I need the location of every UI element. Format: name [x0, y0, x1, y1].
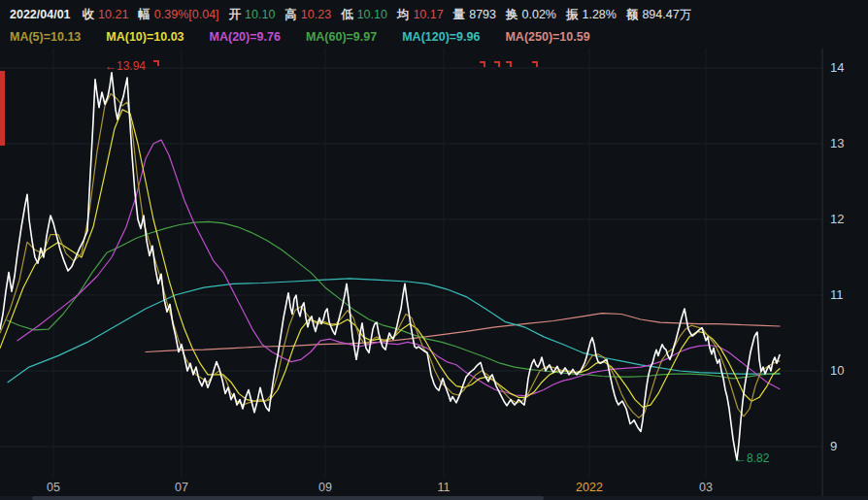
series-ma20: [17, 140, 780, 396]
x-axis-label: 2022: [576, 481, 603, 494]
event-flag-icon: [153, 60, 159, 66]
event-flag-icon: [480, 61, 485, 67]
x-axis-label: 11: [438, 481, 451, 494]
stat-open: 开10.10: [229, 7, 276, 23]
series-ma120: [8, 279, 780, 383]
stat-high: 高10.23: [284, 7, 331, 23]
legend-ma5[interactable]: MA(5)=10.13: [10, 30, 81, 44]
y-axis-label: 11: [830, 287, 863, 302]
y-axis-label: 12: [830, 212, 863, 226]
stat-turnover: 换0.02%: [506, 7, 556, 23]
series-price: [0, 73, 780, 460]
y-axis-label: 14: [830, 60, 863, 75]
price-chart-svg: [0, 0, 868, 500]
legend-ma120[interactable]: MA(120)=9.96: [402, 30, 480, 44]
price-annotation: ←8.82: [735, 451, 769, 465]
y-axis-label: 13: [830, 136, 863, 150]
stat-change: 幅0.39%[0.04]: [138, 7, 218, 23]
chart-area[interactable]: 1413121110905070911202203←13.94←8.82: [0, 0, 868, 500]
date-label: 2022/04/01: [10, 8, 71, 21]
y-axis-label: 9: [830, 439, 863, 453]
stat-amount: 额894.47万: [626, 7, 691, 23]
legend-ma10[interactable]: MA(10)=10.03: [106, 30, 184, 44]
stat-close: 收10.21: [83, 7, 129, 23]
event-flag-icon: [506, 61, 512, 67]
price-annotation: ←13.94: [105, 59, 146, 73]
y-axis-label: 10: [830, 363, 863, 378]
stat-amplitude: 振1.28%: [566, 7, 617, 23]
quote-header: 2022/04/01 收10.21 幅0.39%[0.04] 开10.10 高1…: [0, 0, 868, 26]
series-ma10: [0, 110, 780, 408]
event-flag-icon: [532, 61, 538, 67]
x-axis-label: 07: [175, 481, 188, 494]
stock-chart-app: { "colors": { "bg": "#0e1216", "text": "…: [0, 0, 868, 500]
x-axis-label: 03: [699, 481, 713, 494]
ma-legend: MA(5)=10.13 MA(10)=10.03 MA(20)=9.76 MA(…: [0, 26, 868, 48]
left-red-marker: [0, 71, 5, 146]
stat-volume: 量8793: [453, 7, 496, 23]
series-ma5: [0, 94, 780, 418]
chart-scrollbar-thumb[interactable]: [32, 496, 544, 500]
series-ma60: [7, 221, 780, 378]
series-ma250: [146, 314, 780, 352]
x-axis-label: 05: [47, 481, 60, 494]
stat-average: 均10.17: [397, 7, 444, 23]
legend-ma250[interactable]: MA(250)=10.59: [505, 30, 589, 44]
chart-scrollbar[interactable]: [0, 496, 868, 500]
x-axis-label: 09: [318, 481, 332, 494]
legend-ma60[interactable]: MA(60)=9.97: [306, 30, 377, 44]
event-flag-icon: [494, 61, 500, 67]
legend-ma20[interactable]: MA(20)=9.76: [210, 30, 281, 44]
stat-low: 低10.10: [341, 7, 387, 23]
